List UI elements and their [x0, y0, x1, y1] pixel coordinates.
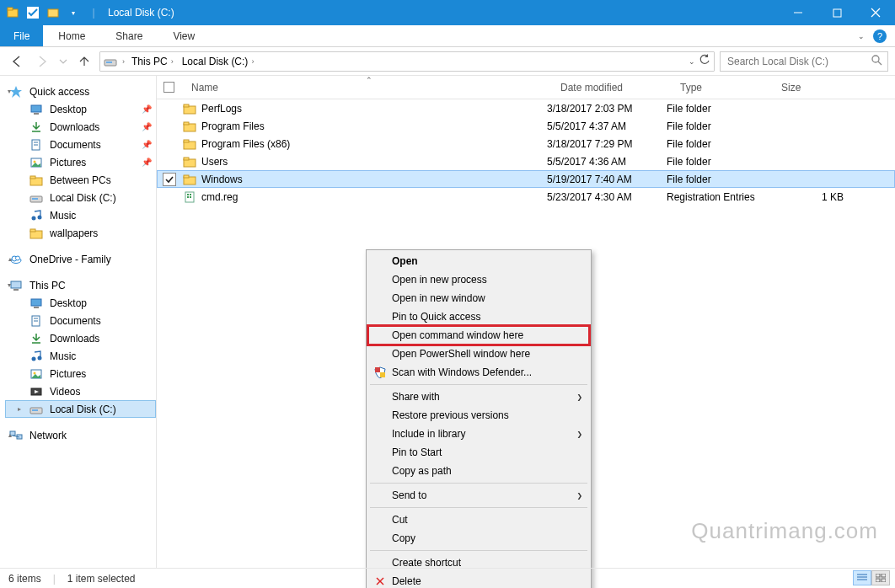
qat-newfolder-icon[interactable]: [46, 5, 61, 20]
breadcrumb-local-disk[interactable]: Local Disk (C:)›: [180, 56, 256, 67]
expand-ribbon-icon[interactable]: ⌄: [858, 32, 865, 40]
cm-open-new-process[interactable]: Open in new process: [368, 270, 589, 289]
this-pc-item[interactable]: Documents: [5, 312, 156, 329]
quick-access-item[interactable]: Pictures📌: [5, 153, 156, 171]
cm-open-new-window[interactable]: Open in new window: [368, 289, 589, 307]
this-pc-item[interactable]: Pictures: [5, 365, 156, 382]
column-header-size[interactable]: Size: [774, 76, 859, 99]
select-all-checkbox[interactable]: [163, 82, 174, 93]
cm-share-with[interactable]: Share with❯: [368, 388, 589, 406]
qat-customize-icon[interactable]: ▾: [66, 5, 81, 20]
qat-properties-icon[interactable]: [25, 5, 40, 20]
this-pc-item[interactable]: Music: [5, 347, 156, 365]
file-row[interactable]: Program Files5/5/2017 4:37 AMFile folder: [157, 117, 895, 135]
onedrive-header[interactable]: ▸ OneDrive - Family: [5, 250, 156, 268]
quick-access-item[interactable]: Music: [5, 206, 156, 224]
up-button[interactable]: [74, 51, 94, 72]
refresh-button[interactable]: [699, 54, 710, 68]
file-row[interactable]: Windows5/19/2017 7:40 AMFile folder: [157, 170, 895, 188]
minimize-button[interactable]: [779, 0, 817, 25]
file-type: File folder: [667, 103, 768, 115]
svg-point-40: [32, 356, 36, 361]
column-header-date[interactable]: Date modified: [554, 76, 673, 99]
navigation-pane[interactable]: ▾ Quick access Desktop📌Downloads📌Documen…: [0, 76, 157, 568]
svg-point-43: [34, 372, 36, 374]
svg-rect-58: [184, 158, 189, 160]
quick-access-header[interactable]: ▾ Quick access: [5, 83, 156, 100]
reg-icon: [183, 190, 196, 204]
search-box[interactable]: [720, 51, 888, 72]
quick-access-item[interactable]: wallpapers: [5, 224, 156, 242]
cm-open-powershell[interactable]: Open PowerShell window here: [368, 345, 589, 363]
sort-ascending-icon: ⌃: [366, 76, 372, 84]
row-checkbox[interactable]: [163, 137, 176, 151]
row-checkbox[interactable]: [163, 102, 176, 115]
this-pc-header[interactable]: ▾ This PC: [5, 276, 156, 294]
quick-access-item[interactable]: Downloads📌: [5, 118, 156, 136]
search-input[interactable]: [726, 55, 866, 68]
quick-access-item[interactable]: Local Disk (C:): [5, 189, 156, 206]
help-icon[interactable]: ?: [873, 29, 887, 43]
svg-rect-74: [882, 574, 886, 577]
this-pc-item[interactable]: Downloads: [5, 329, 156, 347]
column-header-name[interactable]: Name ⌃: [185, 76, 554, 99]
network-header[interactable]: ▸ Network: [5, 426, 156, 444]
view-details-button[interactable]: [853, 570, 871, 585]
this-pc-item[interactable]: Videos: [5, 382, 156, 400]
forward-button[interactable]: [32, 51, 52, 72]
row-checkbox[interactable]: [163, 120, 176, 133]
column-header-type[interactable]: Type: [673, 76, 774, 99]
cm-copy[interactable]: Copy: [368, 529, 589, 548]
quick-access-item[interactable]: Between PCs: [5, 171, 156, 189]
file-row[interactable]: cmd.reg5/23/2017 4:30 AMRegistration Ent…: [157, 188, 895, 206]
cm-open-command-window[interactable]: Open command window here: [368, 326, 589, 345]
drive-icon: [29, 403, 43, 416]
cm-scan-defender[interactable]: Scan with Windows Defender...: [368, 363, 589, 382]
tab-view[interactable]: View: [158, 25, 210, 46]
title-bar: ▾ | Local Disk (C:): [0, 0, 895, 25]
svg-rect-13: [31, 105, 41, 112]
cm-pin-start[interactable]: Pin to Start: [368, 443, 589, 462]
row-checkbox[interactable]: [163, 190, 176, 204]
cm-copy-as-path[interactable]: Copy as path: [368, 462, 589, 480]
breadcrumb-this-pc[interactable]: This PC›: [130, 56, 175, 67]
tab-share[interactable]: Share: [100, 25, 158, 46]
column-header-row: Name ⌃ Date modified Type Size: [157, 76, 895, 99]
cm-restore-previous[interactable]: Restore previous versions: [368, 406, 589, 425]
file-date: 5/5/2017 4:37 AM: [547, 120, 667, 132]
svg-rect-35: [34, 307, 39, 308]
address-dropdown-icon[interactable]: ⌄: [689, 57, 695, 66]
quick-access-item[interactable]: Desktop📌: [5, 100, 156, 118]
recent-locations-button[interactable]: [57, 51, 69, 72]
back-button[interactable]: [7, 51, 27, 72]
quick-access-item[interactable]: Documents📌: [5, 136, 156, 153]
this-pc-item[interactable]: Desktop: [5, 294, 156, 312]
cm-pin-quick-access[interactable]: Pin to Quick access: [368, 307, 589, 326]
svg-rect-34: [31, 299, 41, 306]
context-menu: Open Open in new process Open in new win…: [366, 249, 592, 588]
maximize-button[interactable]: [817, 0, 856, 25]
row-checkbox[interactable]: [163, 155, 176, 168]
row-checkbox[interactable]: [163, 173, 176, 186]
file-type: File folder: [667, 174, 768, 185]
cm-include-library[interactable]: Include in library❯: [368, 425, 589, 443]
address-bar[interactable]: › This PC› Local Disk (C:)› ⌄: [99, 51, 715, 72]
close-button[interactable]: [856, 0, 895, 25]
file-tab[interactable]: File: [0, 25, 43, 46]
folder-icon: [183, 102, 196, 115]
pin-icon: 📌: [142, 104, 152, 114]
file-row[interactable]: Program Files (x86)3/18/2017 7:29 PMFile…: [157, 135, 895, 152]
music-icon: [29, 350, 43, 363]
file-row[interactable]: PerfLogs3/18/2017 2:03 PMFile folder: [157, 99, 895, 117]
file-row[interactable]: Users5/5/2017 4:36 AMFile folder: [157, 152, 895, 170]
tab-home[interactable]: Home: [43, 25, 100, 46]
view-icons-button[interactable]: [871, 570, 890, 585]
search-icon[interactable]: [871, 54, 882, 68]
cm-open[interactable]: Open: [368, 252, 589, 270]
cm-cut[interactable]: Cut: [368, 510, 589, 529]
cm-send-to[interactable]: Send to❯: [368, 486, 589, 505]
this-pc-item[interactable]: ▸Local Disk (C:): [5, 400, 156, 418]
shield-icon: [373, 366, 387, 379]
folder-icon: [183, 173, 196, 186]
file-list-area[interactable]: Name ⌃ Date modified Type Size PerfLogs3…: [157, 76, 895, 568]
